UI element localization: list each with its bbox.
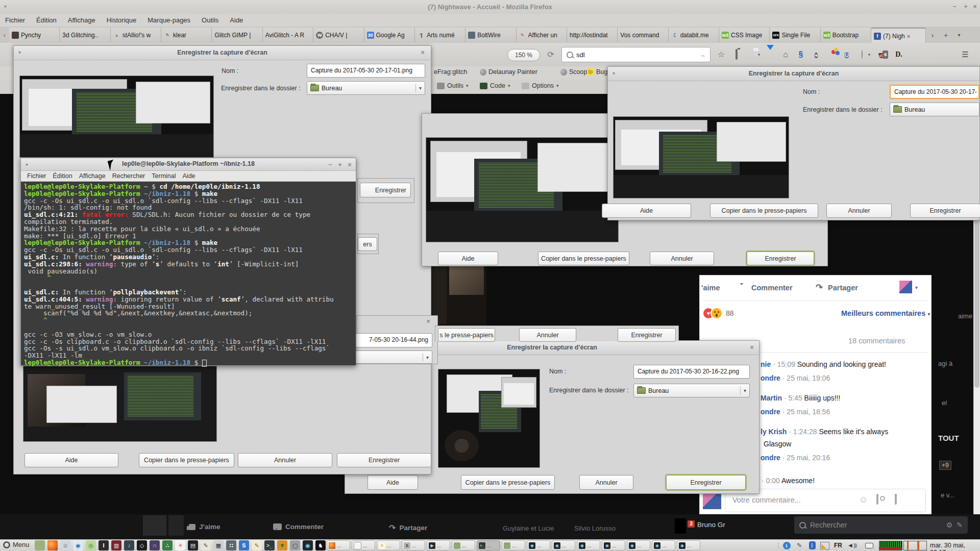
tab-scroll-left-icon[interactable]: ‹ bbox=[0, 28, 9, 43]
window-button-dir[interactable]: ... bbox=[452, 540, 475, 550]
tab[interactable]: Glitch GIMP | bbox=[212, 28, 262, 42]
seahorse-addon-icon[interactable]: § bbox=[794, 48, 807, 61]
ublock-icon[interactable]: uO6 bbox=[875, 48, 888, 61]
share-button[interactable]: Partager bbox=[828, 284, 858, 292]
display-tray-icon[interactable] bbox=[820, 541, 829, 550]
cpu-graph-applet[interactable] bbox=[879, 541, 902, 550]
filename-field[interactable]: Capture du 2017-05-30 20-17-01.png bbox=[307, 64, 425, 78]
tab[interactable]: BoltWire bbox=[465, 28, 516, 42]
minimize-icon[interactable]: − bbox=[950, 3, 959, 10]
menu-marque-pages[interactable]: Marque-pages bbox=[148, 16, 190, 24]
launcher-audio-headphones-icon[interactable]: ∩ bbox=[150, 540, 160, 550]
save-button[interactable]: Enregistrer bbox=[337, 453, 431, 467]
emoji-smiley-icon[interactable]: ☺ bbox=[859, 495, 868, 505]
window-button-ff[interactable]: ... bbox=[327, 540, 350, 550]
launcher-webcam-app-icon[interactable]: ◉ bbox=[303, 540, 313, 550]
power-icon[interactable] bbox=[865, 541, 874, 550]
save-button[interactable]: Enregistrer bbox=[747, 252, 814, 265]
launcher-unity3d-icon[interactable]: ◇ bbox=[137, 540, 147, 550]
reader-clipboard-icon[interactable] bbox=[730, 48, 743, 61]
menu-fichier[interactable]: Fichier bbox=[5, 16, 25, 24]
maximize-icon[interactable]: + bbox=[962, 3, 970, 10]
window-button-dir[interactable]: ... bbox=[502, 540, 525, 550]
copy-to-clipboard-button[interactable]: Copier dans le presse-papiers bbox=[710, 204, 818, 218]
window-button-cam[interactable]: ◉... bbox=[627, 540, 650, 550]
window-button-cam[interactable]: ◉... bbox=[602, 540, 625, 550]
cancel-button[interactable]: Annuler bbox=[650, 252, 714, 265]
window-button-cam[interactable]: ◉... bbox=[677, 540, 700, 550]
folder-dropdown-fragment[interactable]: ▾ bbox=[356, 350, 432, 364]
chat-contact-name[interactable]: Bruno Gr bbox=[697, 521, 725, 529]
launcher-display-app-icon[interactable]: ▢ bbox=[290, 540, 300, 550]
comment-button[interactable]: Commenter bbox=[273, 523, 324, 531]
cancel-button[interactable]: Annuler bbox=[238, 453, 332, 467]
help-button[interactable]: Aide bbox=[24, 453, 118, 467]
terminal-menu-édition[interactable]: Édition bbox=[53, 172, 72, 180]
friend-name[interactable]: Silvio Lorusso bbox=[574, 524, 616, 532]
save-button[interactable]: Enregistrer bbox=[618, 328, 676, 342]
terminal-output[interactable]: lep0le@lep0le-Skylake-Platform ~ $ cd /h… bbox=[21, 182, 356, 368]
bookmark-item[interactable]: Delaunay Painter bbox=[480, 68, 537, 76]
window-menu-icon[interactable]: ▾ bbox=[4, 4, 7, 9]
volume-icon[interactable]: ◄))) bbox=[847, 541, 856, 550]
launcher-package-manager-icon[interactable]: ▼ bbox=[277, 540, 287, 550]
copy-to-clipboard-button[interactable]: Copier dans le presse-papiers bbox=[139, 453, 234, 467]
page-scrollbar-thumb[interactable] bbox=[974, 199, 979, 388]
window-button-s[interactable]: S... bbox=[402, 540, 425, 550]
close-icon[interactable]: × bbox=[345, 158, 355, 171]
like-button[interactable]: J'aime bbox=[189, 523, 220, 531]
tab[interactable]: ▲stAllio!'s w bbox=[111, 28, 161, 42]
help-button[interactable]: Aide bbox=[438, 252, 498, 265]
bubble-chevron-icon[interactable]: ▾ bbox=[867, 48, 872, 61]
bookmark-star-icon[interactable]: ☆ bbox=[715, 48, 728, 61]
camera-icon[interactable] bbox=[876, 495, 878, 504]
tab[interactable]: '|Arts numé bbox=[415, 28, 465, 42]
window-button-vid[interactable]: ▶... bbox=[427, 540, 450, 550]
save-button-fragment[interactable]: Enregistrer bbox=[360, 183, 411, 197]
copy-button-fragment[interactable]: s le presse-papiers bbox=[438, 328, 495, 342]
copy-to-clipboard-button[interactable]: Copier dans le presse-papiers bbox=[538, 252, 629, 265]
terminal-menu-aide[interactable]: Aide bbox=[183, 172, 195, 180]
commenter-name[interactable]: Martin bbox=[761, 394, 782, 402]
cancel-button[interactable]: Annuler bbox=[826, 204, 892, 218]
share-button[interactable]: ↷Partager bbox=[389, 523, 427, 533]
commenter-name[interactable]: ly Krish bbox=[761, 428, 787, 436]
close-icon[interactable]: × bbox=[423, 315, 433, 328]
filename-field-selected[interactable]: Capture du 2017-05-30 20-17- bbox=[890, 85, 979, 99]
keyboard-layout-indicator[interactable]: FR bbox=[834, 541, 843, 550]
avatar-chevron-icon[interactable]: ▾ bbox=[915, 285, 918, 290]
cancel-button[interactable]: Annuler bbox=[579, 475, 633, 490]
launcher-calculator-icon[interactable]: ∷ bbox=[226, 540, 236, 550]
tray-info-icon[interactable]: i bbox=[782, 541, 791, 550]
filename-field[interactable]: Capture du 2017-05-30 20-16-22.png bbox=[633, 365, 750, 379]
save-button[interactable]: Enregistrer bbox=[910, 204, 980, 218]
tab[interactable]: Vos command bbox=[618, 28, 668, 42]
gear-icon[interactable]: ⚙ bbox=[946, 521, 953, 529]
launcher-spiral-app-icon[interactable]: ◎ bbox=[86, 540, 96, 550]
menu-hamburger-icon[interactable]: ☰ bbox=[959, 48, 972, 61]
folder-dropdown[interactable]: Bureau bbox=[890, 103, 979, 116]
terminal-window-menu-icon[interactable]: ▾ bbox=[26, 158, 28, 171]
tab[interactable]: AviGlitch - A R bbox=[263, 28, 313, 42]
filename-field[interactable]: 7-05-30 20-16-44.png bbox=[356, 333, 432, 347]
new-tab-button[interactable]: + bbox=[939, 28, 952, 43]
cancel-button[interactable]: Annuler bbox=[519, 328, 576, 342]
terminal-window[interactable]: ▾ lep0le@lep0le-Skylake-Platform ~/ibniz… bbox=[20, 158, 356, 366]
downthemall-icon[interactable]: D. bbox=[892, 48, 905, 61]
friend-name[interactable]: Guylaine et Lucie bbox=[503, 524, 554, 532]
devbar-code[interactable]: Code▾ bbox=[480, 82, 510, 89]
maximize-icon[interactable]: + bbox=[335, 158, 345, 171]
chat-search-bar[interactable]: Rechercher ⚙ ✎ bbox=[794, 516, 968, 534]
close-icon[interactable]: × bbox=[971, 3, 979, 10]
comment-button[interactable]: Commenter bbox=[751, 284, 793, 292]
launcher-photos-pinwheel-icon[interactable]: ✳ bbox=[175, 540, 185, 550]
devbar-options[interactable]: Options▾ bbox=[522, 82, 559, 89]
tab-list-icon[interactable]: ▾ bbox=[952, 28, 966, 43]
zoom-level-badge[interactable]: 150 % bbox=[507, 49, 540, 61]
terminal-titlebar[interactable]: ▾ lep0le@lep0le-Skylake-Platform ~/ibniz… bbox=[21, 158, 356, 171]
launcher-gimp-horse-icon[interactable]: ♞ bbox=[315, 540, 326, 550]
tab-active[interactable]: f(7) Nigh× bbox=[871, 28, 926, 44]
search-go-icon[interactable]: → bbox=[699, 51, 706, 59]
sort-comments-dropdown[interactable]: Meilleurs commentaires ▾ bbox=[841, 309, 930, 317]
copy-to-clipboard-button[interactable]: Copier dans le presse-papiers bbox=[461, 475, 555, 490]
